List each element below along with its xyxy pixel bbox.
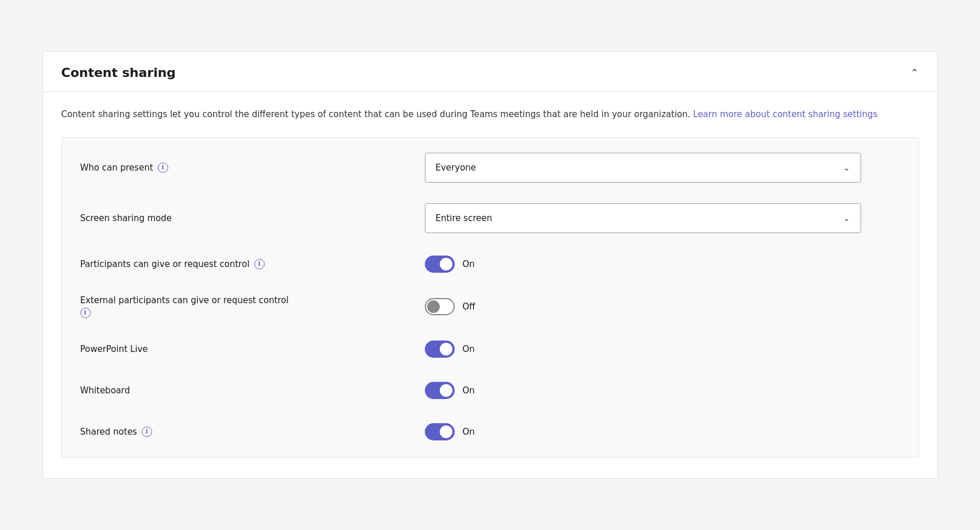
setting-row-shared-notes: Shared notes i On [62, 411, 919, 452]
info-icon-participants-control[interactable]: i [254, 259, 265, 269]
toggle-label-whiteboard: On [463, 385, 475, 396]
who-can-present-dropdown[interactable]: Everyone ⌄ [425, 153, 861, 183]
setting-control-screen-sharing-mode: Entire screen ⌄ [425, 203, 900, 233]
setting-label-external-participants-control: External participants can give or reques… [80, 295, 425, 318]
toggle-participants-control[interactable] [425, 256, 455, 273]
toggle-label-shared-notes: On [463, 427, 475, 437]
setting-label-participants-control: Participants can give or request control… [80, 259, 425, 269]
setting-control-whiteboard: On [425, 382, 900, 399]
card-header: Content sharing ⌃ [43, 52, 938, 92]
toggle-whiteboard[interactable] [425, 382, 455, 399]
settings-panel: Who can present i Everyone ⌄ Screen shar… [61, 137, 919, 458]
setting-control-shared-notes: On [425, 423, 900, 440]
setting-control-external-participants-control: Off [425, 298, 900, 315]
setting-label-shared-notes: Shared notes i [80, 427, 425, 437]
info-icon-external-participants-control[interactable]: i [80, 308, 91, 318]
setting-control-powerpoint-live: On [425, 341, 900, 358]
dropdown-value: Entire screen [436, 213, 493, 223]
setting-row-external-participants-control: External participants can give or reques… [62, 285, 919, 328]
info-icon-who-can-present[interactable]: i [158, 163, 168, 173]
learn-more-link[interactable]: Learn more about content sharing setting… [693, 109, 877, 119]
setting-label-whiteboard: Whiteboard [80, 385, 425, 396]
setting-row-powerpoint-live: PowerPoint Live On [62, 328, 919, 370]
setting-control-participants-control: On [425, 256, 900, 273]
setting-label-powerpoint-live: PowerPoint Live [80, 344, 425, 354]
chevron-down-icon: ⌄ [843, 214, 850, 223]
toggle-shared-notes[interactable] [425, 423, 455, 440]
screen-sharing-mode-dropdown[interactable]: Entire screen ⌄ [425, 203, 861, 233]
setting-row-screen-sharing-mode: Screen sharing mode Entire screen ⌄ [62, 193, 919, 243]
setting-label-who-can-present: Who can present i [80, 163, 425, 173]
setting-row-participants-control: Participants can give or request control… [62, 243, 919, 285]
card-body: Content sharing settings let you control… [43, 92, 938, 478]
toggle-powerpoint-live[interactable] [425, 341, 455, 358]
setting-row-whiteboard: Whiteboard On [62, 370, 919, 411]
collapse-icon[interactable]: ⌃ [910, 67, 919, 79]
chevron-down-icon: ⌄ [843, 163, 850, 172]
toggle-label-powerpoint-live: On [463, 344, 475, 354]
setting-row-who-can-present: Who can present i Everyone ⌄ [62, 142, 919, 193]
setting-control-who-can-present: Everyone ⌄ [425, 153, 900, 183]
description-text: Content sharing settings let you control… [61, 108, 919, 121]
info-icon-shared-notes[interactable]: i [142, 427, 152, 437]
page-title: Content sharing [61, 65, 176, 80]
setting-label-screen-sharing-mode: Screen sharing mode [80, 213, 425, 223]
toggle-label-participants-control: On [463, 259, 475, 269]
content-sharing-card: Content sharing ⌃ Content sharing settin… [42, 51, 938, 479]
toggle-external-participants-control[interactable] [425, 298, 455, 315]
toggle-label-external-participants-control: Off [463, 301, 475, 312]
dropdown-value: Everyone [436, 163, 477, 173]
